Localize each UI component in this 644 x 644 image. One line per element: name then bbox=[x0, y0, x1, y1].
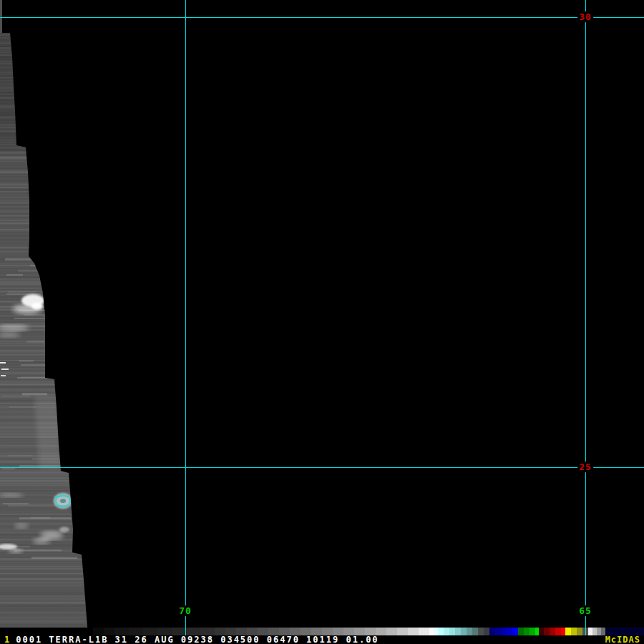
image-info-text: 0001 TERRA-L1B 31 26 AUG 09238 034500 06… bbox=[16, 635, 379, 644]
latitude-label: 25 bbox=[577, 462, 593, 472]
latitude-gridline bbox=[0, 467, 644, 468]
frame-number: 1 bbox=[4, 635, 11, 644]
latitude-gridline bbox=[0, 17, 644, 18]
status-bar: 1 0001 TERRA-L1B 31 26 AUG 09238 034500 … bbox=[0, 635, 644, 644]
longitude-gridline bbox=[585, 0, 586, 636]
longitude-label: 65 bbox=[577, 605, 593, 616]
longitude-label: 70 bbox=[177, 605, 193, 616]
longitude-gridline bbox=[185, 0, 186, 636]
latitude-label: 30 bbox=[577, 11, 593, 22]
satellite-display: 30257065 1 0001 TERRA-L1B 31 26 AUG 0923… bbox=[0, 0, 644, 644]
mcidas-brand: McIDAS bbox=[605, 635, 640, 644]
satellite-image-swath bbox=[0, 0, 644, 644]
